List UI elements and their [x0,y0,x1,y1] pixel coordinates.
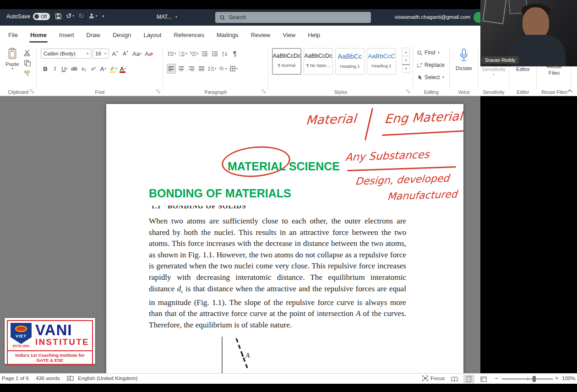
shading-button[interactable]: ▾ [218,64,228,74]
language-indicator[interactable]: English (United Kingdom) [78,376,137,381]
line-spacing-button[interactable]: ▾ [207,64,217,74]
numbering-button[interactable]: 123▾ [178,49,188,59]
shrink-font-button[interactable]: A▾ [121,49,130,59]
decrease-indent-button[interactable] [200,49,209,59]
figure-1-1-partial: A [215,336,311,373]
change-case-button[interactable]: Aa▾ [131,49,142,59]
copy-icon[interactable] [24,60,31,66]
font-name-combo[interactable]: Calibri (Body) ▾ [41,49,91,59]
microphone-icon [459,48,469,63]
undo-button[interactable]: ↺▾ [66,12,74,20]
find-button[interactable]: Find ▾ [417,49,440,56]
clear-formatting-button[interactable]: A [144,49,154,59]
zoom-in-button[interactable]: + [555,375,559,381]
style-normal[interactable]: AaBbCcDc ¶ Normal [272,48,301,75]
format-painter-icon[interactable] [24,70,31,76]
tab-draw[interactable]: Draw [87,26,100,44]
tab-review[interactable]: Review [251,26,271,44]
tab-insert[interactable]: Insert [59,26,74,44]
styles-scroll-down[interactable]: ▾ [402,56,410,65]
group-voice: Dictate Voice [450,44,478,96]
read-mode-button[interactable] [449,375,460,383]
doc-subheading: BONDING OF MATERIALS [149,187,291,200]
focus-icon [422,376,428,381]
search-input[interactable] [229,14,348,21]
align-right-button[interactable] [187,64,196,74]
select-button[interactable]: Select ▾ [417,74,444,81]
tab-layout[interactable]: Layout [143,26,161,44]
sort-button[interactable]: AZ [220,49,229,59]
print-layout-button[interactable] [463,375,474,383]
strikethrough-button[interactable]: ab [70,64,79,74]
multilevel-list-button[interactable]: ▾ [189,49,199,59]
webcam-name-tag: Sravan Reddy [482,56,519,64]
autosave-toggle[interactable]: AutoSave Off [6,13,50,20]
bold-button[interactable]: B [41,64,50,74]
customize-qat-button[interactable]: ▾ [101,14,104,18]
italic-button[interactable]: I [50,64,60,74]
editor-button[interactable]: Editor [509,66,537,72]
autosave-pill[interactable]: Off [33,13,50,20]
account-email[interactable]: viswanadh.chaganti@gmail.com [395,14,470,20]
text-effects-button[interactable]: A▾ [98,64,108,74]
save-button[interactable] [55,13,62,20]
document-page[interactable]: Material Eng Material Any Substances Des… [106,104,463,373]
word-count[interactable]: 436 words [36,376,60,381]
tab-home[interactable]: Home [30,26,47,44]
bullets-button[interactable]: ▾ [167,49,177,59]
styles-gallery-scroll: ▴ ▾ ▾ [402,48,410,73]
cut-icon[interactable] [24,50,31,56]
reuse-files-button-line2[interactable]: Files [537,70,572,76]
page-indicator[interactable]: Page 1 of 6 [2,376,29,381]
font-size-combo[interactable]: 16 ▾ [93,49,109,59]
subscript-button[interactable]: x₂ [79,64,88,74]
zoom-out-button[interactable]: − [495,375,498,382]
superscript-button[interactable]: x² [89,64,98,74]
grow-font-button[interactable]: A▴ [110,49,120,59]
redo-button[interactable]: ↻ [78,12,84,20]
chevron-down-icon: ▾ [102,14,104,18]
replace-button[interactable]: ab Replace [417,62,445,68]
zoom-slider-thumb[interactable] [533,376,536,382]
collapse-ribbon-button[interactable] [566,89,573,93]
search-bar[interactable] [215,12,371,23]
styles-scroll-up[interactable]: ▴ [402,48,410,56]
align-center-button[interactable] [177,64,186,74]
justify-button[interactable] [197,64,206,74]
chevron-down-icon: ▾ [105,67,106,71]
paste-button[interactable]: Paste ▾ [3,48,22,84]
group-clipboard: Paste ▾ Clipboard [0,44,37,96]
web-layout-button[interactable] [478,375,489,383]
styles-gallery-more[interactable]: ▾ [402,64,410,73]
proofing-icon[interactable] [67,376,74,382]
underline-button[interactable]: U▾ [60,64,69,74]
stamp-button[interactable]: ▾ [88,13,98,19]
zoom-percentage[interactable]: 100% [562,376,575,381]
tab-references[interactable]: References [174,26,204,44]
tab-design[interactable]: Design [113,26,131,44]
focus-button[interactable]: Focus [422,376,445,381]
dictate-button[interactable] [450,48,478,63]
ink-material: Material [305,111,357,127]
document-title[interactable]: MAT... ▾ [157,14,177,20]
sensitivity-button[interactable]: Sensitivity [478,66,509,72]
group-styles: AaBbCcDc ¶ Normal AaBbCcDc ¶ No Spac... … [268,44,413,96]
zoom-slider[interactable] [502,378,553,380]
tab-mailings[interactable]: Mailings [217,26,239,44]
increase-indent-button[interactable] [210,49,219,59]
borders-icon [230,66,236,71]
style-heading2[interactable]: AaBbCcC Heading 2 [367,48,396,75]
tab-view[interactable]: View [283,26,295,44]
borders-button[interactable]: ▾ [229,64,239,74]
tab-file[interactable]: File [8,26,18,44]
chevron-down-icon: ▾ [3,67,22,71]
style-heading1[interactable]: AaBbCc Heading 1 [335,48,365,75]
highlight-button[interactable]: ▾ [108,64,118,74]
show-marks-button[interactable]: ¶ [230,49,240,59]
style-no-spacing[interactable]: AaBbCcDc ¶ No Spac... [304,48,333,75]
vani-institute-logo: VIET ESTD:1991 VANI INSTITUTE India's 1s… [5,318,95,364]
font-color-button[interactable]: A ▾ [118,64,127,74]
align-left-button[interactable] [167,64,176,74]
tab-help[interactable]: Help [308,26,320,44]
group-label-paragraph: Paragraph [163,89,268,95]
